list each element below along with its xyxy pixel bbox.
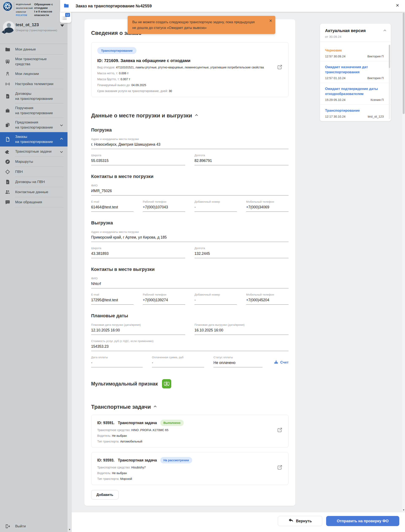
collapse-chevron-up-icon[interactable] bbox=[195, 114, 198, 117]
sidebar-item-transport-offers[interactable]: Предложения на транспортирование bbox=[0, 118, 68, 132]
loading-contact-fio-input[interactable]: ИМЯ_75026 bbox=[91, 189, 289, 195]
payment-row: Дата оплаты - Оплаченная сумма, руб - Ст… bbox=[91, 351, 289, 367]
unloading-contact-fio-input[interactable]: Nhtcrf bbox=[91, 282, 289, 288]
sidebar-item-label: Предложения на транспортирование bbox=[15, 120, 58, 130]
sidebar-item-telemetry-settings[interactable]: Настройка телеметрии bbox=[0, 79, 68, 89]
sidebar-item-transport-orders[interactable]: Заказы на транспортирование bbox=[0, 132, 68, 146]
add-task-button[interactable]: Добавить bbox=[91, 490, 119, 499]
paid-amount-input[interactable]: - bbox=[152, 360, 204, 367]
multimodal-toggle-icon[interactable] bbox=[162, 379, 171, 388]
sidebar-item-contact-data[interactable]: Контактные данные bbox=[0, 187, 68, 197]
sidebar-item-my-licenses[interactable]: Мои лицензии bbox=[0, 69, 68, 79]
sidebar-item-label: Мои обращения bbox=[15, 200, 58, 205]
tasks-section-title: Транспортные задачи bbox=[91, 404, 289, 410]
version-status-link[interactable]: Транспортирование bbox=[325, 108, 384, 113]
user-menu-caret-icon[interactable] bbox=[60, 25, 64, 27]
sidebar-item-routes[interactable]: Маршруты bbox=[0, 157, 68, 167]
unloading-work-phone-input[interactable]: +7(000)139274 bbox=[143, 298, 185, 305]
paid-amount-field: Оплаченная сумма, руб - bbox=[152, 356, 204, 367]
payment-date-input[interactable]: - bbox=[91, 360, 143, 367]
unloading-address-input[interactable]: Приморский край, г Артем, ул Кирова, д 1… bbox=[91, 235, 289, 242]
version-status-link[interactable]: Ожидает подтверждение даты отходообразов… bbox=[325, 86, 384, 96]
loading-latitude-field: Широта 55.035315 bbox=[91, 154, 185, 165]
sidebar-item-my-data[interactable]: Мои данные bbox=[0, 44, 68, 55]
return-button[interactable]: Вернуть bbox=[278, 516, 322, 526]
field-label: Водитель: bbox=[97, 434, 111, 437]
content-scrollbar[interactable]: ▼ bbox=[402, 12, 405, 512]
logout-button[interactable]: Выйти bbox=[0, 524, 68, 529]
external-link-icon[interactable] bbox=[277, 464, 283, 471]
payment-status-input[interactable]: Не оплачено bbox=[214, 360, 262, 367]
loading-ext-input[interactable]: - bbox=[195, 205, 237, 212]
sidebar-item-pvn[interactable]: ПВН bbox=[0, 167, 68, 177]
versions-date: от 30.09.24 bbox=[325, 35, 386, 38]
unloading-latitude-input[interactable]: 43.381893 bbox=[91, 251, 185, 258]
user-role: Оператор (транспортирование) bbox=[16, 29, 57, 32]
task-id: ID: 93593. bbox=[97, 458, 115, 463]
task-name: Транспортная задача bbox=[118, 421, 157, 425]
loading-mobile-input[interactable]: +7(000)34069 bbox=[246, 205, 289, 212]
order-type-badge: Транспортирование bbox=[97, 47, 136, 54]
chat-icon bbox=[0, 200, 15, 205]
field-label: Мобильный телефон bbox=[246, 293, 289, 296]
compass-icon bbox=[0, 159, 15, 165]
section-title-text: Транспортные задачи bbox=[91, 404, 151, 410]
field-label: Транспортное средство: bbox=[97, 466, 130, 469]
order-folder-icon bbox=[63, 3, 69, 9]
notifications-tab[interactable]: 12 bbox=[60, 12, 71, 23]
version-status-link[interactable]: Ожидает назначения дат транспортирования bbox=[325, 64, 384, 75]
multimodal-title: Мультимодальный признак bbox=[91, 381, 158, 387]
loading-address-input[interactable]: г. Новосибирск, Дмитрия Шамшурина 43 bbox=[91, 142, 289, 149]
warning-text: Вы не можете создать следующую транспорт… bbox=[132, 19, 264, 31]
folder-icon bbox=[0, 47, 15, 52]
invoice-link[interactable]: Счет bbox=[274, 359, 289, 365]
loading-longitude-input[interactable]: 82.896791 bbox=[195, 159, 289, 165]
sidebar-item-transport-contracts[interactable]: Договоры на транспортирование bbox=[0, 89, 68, 104]
planned-unload-date-input[interactable]: 16.10.2025 16:00 bbox=[195, 328, 289, 335]
version-meta: 15:29 05.10.24 Ксения П bbox=[325, 98, 384, 102]
scroll-down-arrow-icon[interactable]: ▼ bbox=[68, 528, 71, 531]
service-cost-input[interactable]: 154353.23 bbox=[91, 344, 289, 351]
scrollbar-thumb[interactable] bbox=[403, 13, 405, 114]
user-block[interactable]: test_ot_123 Оператор (транспортирование) bbox=[0, 19, 68, 44]
org-name-lines: ФЕДЕРАЛЬНЫЙ ЭКОЛОГИЧЕСКИЙ ОПЕРАТОР bbox=[16, 3, 33, 13]
loading-latitude-input[interactable]: 55.035315 bbox=[91, 159, 185, 165]
task-header: ID: 93591. Транспортная задача Выполнено bbox=[97, 420, 276, 426]
task-field: Водитель:Не выбран bbox=[97, 434, 276, 437]
submit-for-review-button[interactable]: Отправить на проверку ФО bbox=[326, 516, 399, 526]
sidebar-item-transport-assignments[interactable]: Поручения на транспортирование bbox=[0, 104, 68, 118]
sidebar-item-my-vehicles[interactable]: Мои транспортные средства bbox=[0, 55, 68, 69]
banner-close-icon[interactable]: × bbox=[269, 18, 272, 24]
external-link-icon[interactable] bbox=[277, 64, 283, 71]
collapse-chevron-up-icon[interactable] bbox=[154, 406, 156, 408]
loading-email-input[interactable]: 61464@test.test bbox=[91, 205, 134, 212]
version-status-link[interactable]: Черновик bbox=[325, 48, 384, 53]
logout-label: Выйти bbox=[15, 524, 26, 528]
sidebar-item-transport-tasks[interactable]: Транспортные задачи bbox=[0, 146, 68, 157]
unloading-email-input[interactable]: 17295@test.test bbox=[91, 298, 134, 305]
sidebar-item-label: Поручения на транспортирование bbox=[15, 106, 58, 116]
scroll-down-arrow-icon[interactable]: ▼ bbox=[403, 509, 405, 511]
download-icon bbox=[274, 359, 278, 365]
logo: ФЕДЕРАЛЬНЫЙ ЭКОЛОГИЧЕСКИЙ ОПЕРАТОР РОСАТ… bbox=[3, 2, 33, 16]
sidebar-item-my-appeals[interactable]: Мои обращения bbox=[0, 197, 68, 207]
sidebar-scrollbar[interactable]: ▼ bbox=[68, 0, 72, 532]
planned-dates-row: Плановая дата погрузки (дата/время) 12.1… bbox=[91, 318, 289, 335]
task-status-badge: На рассмотрении bbox=[160, 457, 192, 463]
sidebar-item-label: Настройка телеметрии bbox=[15, 82, 58, 87]
close-icon[interactable]: × bbox=[396, 2, 399, 9]
sidebar-item-pvn-contracts[interactable]: Договоры на ПВН bbox=[0, 177, 68, 187]
version-item: Ожидает подтверждение даты отходообразов… bbox=[320, 83, 391, 105]
unloading-mobile-input[interactable]: +7(000)45204 bbox=[246, 298, 289, 305]
loading-work-phone-input[interactable]: +7(000)107043 bbox=[143, 205, 185, 212]
planned-load-date-input[interactable]: 12.10.2025 16:00 bbox=[91, 328, 185, 335]
unloading-ext-input[interactable]: - bbox=[195, 298, 237, 305]
unloading-subsection-title: Выгрузка bbox=[91, 220, 289, 226]
versions-scrollbar[interactable] bbox=[389, 45, 390, 119]
sidebar-item-label: Договоры на ПВН bbox=[15, 180, 58, 185]
unloading-latitude-field: Широта 43.381893 bbox=[91, 247, 185, 258]
chevron-down-icon bbox=[60, 150, 63, 153]
loading-work-phone-field: Рабочий телефон +7(000)107043 bbox=[143, 200, 185, 212]
unloading-longitude-input[interactable]: 132.2445 bbox=[195, 251, 289, 258]
external-link-icon[interactable] bbox=[277, 427, 283, 434]
